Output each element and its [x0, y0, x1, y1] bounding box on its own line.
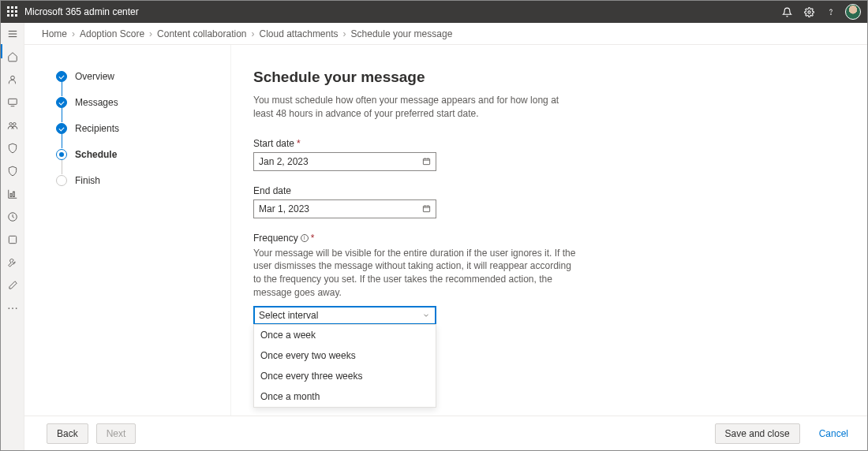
breadcrumb: Home› Adoption Score› Content collaborat… [24, 23, 867, 45]
notifications-icon[interactable] [779, 4, 795, 20]
svg-rect-17 [423, 158, 429, 164]
svg-point-1 [831, 14, 832, 15]
svg-rect-11 [13, 192, 14, 196]
check-icon [56, 97, 67, 108]
end-date-value: Mar 1, 2023 [259, 203, 309, 214]
account-avatar[interactable] [845, 4, 861, 20]
start-date-field: Start date * Jan 2, 2023 [253, 138, 836, 171]
check-icon [56, 123, 67, 134]
reports-icon[interactable] [6, 188, 19, 200]
help-icon[interactable] [823, 4, 839, 20]
edit-icon[interactable] [6, 279, 19, 292]
step-overview[interactable]: Overview [56, 70, 215, 82]
form-panel: Schedule your message You must schedule … [231, 45, 867, 416]
app-launcher-icon[interactable] [7, 6, 18, 17]
devices-icon[interactable] [6, 96, 19, 109]
frequency-select[interactable]: Select interval [253, 306, 436, 325]
settings-icon[interactable] [801, 4, 817, 20]
frequency-option[interactable]: Once a month [254, 386, 436, 407]
step-recipients[interactable]: Recipients [56, 122, 215, 134]
more-icon[interactable] [6, 302, 19, 315]
start-date-input[interactable]: Jan 2, 2023 [253, 152, 436, 171]
check-icon [56, 71, 67, 82]
step-schedule[interactable]: Schedule [56, 148, 215, 160]
crumb-home[interactable]: Home [42, 28, 67, 39]
start-date-label: Start date [253, 138, 294, 149]
step-messages[interactable]: Messages [56, 96, 215, 108]
required-marker: * [311, 233, 315, 244]
frequency-option[interactable]: Once every three weeks [254, 366, 436, 386]
health-icon[interactable] [6, 211, 19, 223]
wrench-icon[interactable] [6, 256, 19, 269]
crumb-content[interactable]: Content collaboration [157, 28, 246, 39]
start-date-value: Jan 2, 2023 [259, 156, 309, 167]
svg-point-16 [15, 308, 17, 309]
crumb-cloud[interactable]: Cloud attachments [260, 28, 339, 39]
shield2-icon[interactable] [6, 165, 19, 177]
svg-rect-21 [423, 206, 429, 211]
chevron-down-icon [421, 311, 431, 320]
wizard-footer: Back Next Save and close Cancel [24, 416, 867, 450]
groups-icon[interactable] [6, 119, 19, 132]
back-button[interactable]: Back [47, 423, 88, 444]
nav-toggle-icon[interactable] [6, 28, 19, 40]
frequency-dropdown: Once a week Once every two weeks Once ev… [253, 324, 436, 408]
end-date-field: End date Mar 1, 2023 [253, 185, 836, 218]
left-nav-rail [1, 23, 24, 450]
svg-point-8 [9, 123, 11, 126]
admin-icon[interactable] [6, 233, 19, 246]
shield-icon[interactable] [6, 142, 19, 155]
page-title: Schedule your message [253, 69, 836, 86]
svg-point-0 [807, 10, 810, 13]
crumb-current: Schedule your message [351, 28, 453, 39]
users-icon[interactable] [6, 73, 19, 86]
frequency-label: Frequency [253, 233, 298, 244]
global-header: Microsoft 365 admin center [1, 1, 867, 23]
svg-rect-6 [8, 99, 17, 104]
app-title: Microsoft 365 admin center [24, 6, 773, 17]
page-intro: You must schedule how often your message… [253, 94, 561, 121]
frequency-help: Your message will be visible for the ent… [253, 247, 577, 300]
svg-point-14 [8, 308, 9, 309]
required-marker: * [297, 138, 301, 149]
next-button[interactable]: Next [96, 423, 137, 444]
frequency-option[interactable]: Once a week [254, 325, 436, 345]
info-icon[interactable]: i [301, 234, 309, 242]
svg-rect-13 [9, 236, 16, 243]
svg-rect-10 [10, 193, 12, 196]
frequency-option[interactable]: Once every two weeks [254, 345, 436, 366]
svg-point-15 [12, 308, 13, 309]
frequency-field: Frequency i * Your message will be visib… [253, 233, 836, 408]
active-indicator [1, 44, 2, 58]
end-date-input[interactable]: Mar 1, 2023 [253, 199, 436, 218]
calendar-icon [421, 157, 431, 166]
end-date-label: End date [253, 185, 291, 196]
step-finish[interactable]: Finish [56, 174, 215, 186]
frequency-placeholder: Select interval [259, 310, 318, 321]
save-close-button[interactable]: Save and close [715, 423, 800, 444]
cancel-link[interactable]: Cancel [819, 428, 848, 439]
calendar-icon [421, 204, 431, 214]
home-icon[interactable] [6, 50, 19, 63]
wizard-steps: Overview Messages Recipients Schedule Fi… [24, 45, 231, 416]
crumb-adoption[interactable]: Adoption Score [80, 28, 144, 39]
svg-point-9 [13, 123, 15, 126]
current-dot-icon [56, 149, 67, 160]
empty-dot-icon [56, 175, 67, 186]
svg-point-5 [10, 76, 14, 80]
